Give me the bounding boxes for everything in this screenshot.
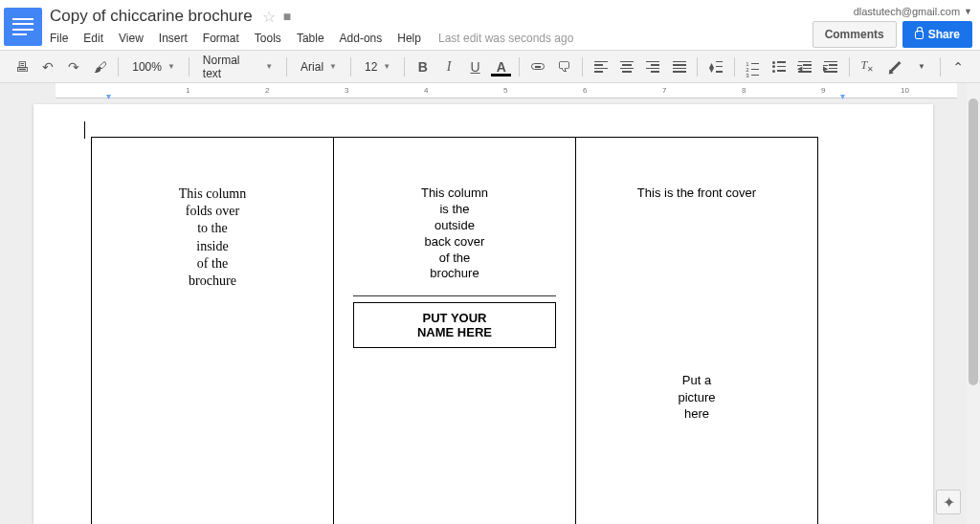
editing-mode-button[interactable] bbox=[883, 55, 907, 79]
folder-icon[interactable]: ■ bbox=[283, 9, 291, 24]
brochure-col-3[interactable]: This is the front cover Put a picture he… bbox=[576, 138, 817, 524]
ruler-tick: 1 bbox=[186, 86, 189, 95]
caret-down-icon: ▼ bbox=[964, 7, 972, 16]
text-color-button[interactable]: A bbox=[489, 55, 513, 79]
doc-title[interactable]: Copy of chiccarine brochure bbox=[48, 7, 253, 26]
user-menu[interactable]: dlastutech@gmail.com ▼ bbox=[854, 6, 972, 17]
bulleted-list-button[interactable] bbox=[767, 55, 791, 79]
col1-text: This column folds over to the inside of … bbox=[179, 186, 246, 290]
explore-button[interactable]: ✦ bbox=[936, 490, 961, 514]
col3-title: This is the front cover bbox=[637, 186, 756, 200]
name-placeholder-box[interactable]: PUT YOUR NAME HERE bbox=[353, 302, 556, 348]
app-header: Copy of chiccarine brochure ☆ ■ File Edi… bbox=[0, 0, 980, 51]
ruler-tick: 8 bbox=[742, 86, 746, 95]
italic-button[interactable]: I bbox=[437, 55, 461, 79]
ruler-tick: 6 bbox=[583, 86, 587, 95]
zoom-select[interactable]: 100%▼ bbox=[124, 55, 183, 79]
bold-button[interactable]: B bbox=[411, 55, 434, 79]
ruler-tick: 5 bbox=[503, 86, 507, 95]
brochure-table: This column folds over to the inside of … bbox=[91, 137, 818, 524]
editing-mode-caret-icon[interactable]: ▼ bbox=[909, 55, 933, 79]
menu-tools[interactable]: Tools bbox=[247, 32, 289, 45]
style-select[interactable]: Normal text▼ bbox=[195, 55, 280, 79]
align-left-button[interactable] bbox=[589, 55, 612, 79]
paint-format-icon[interactable]: 🖌 bbox=[88, 55, 112, 79]
ruler-tick: 3 bbox=[345, 86, 348, 95]
docs-logo-icon[interactable] bbox=[4, 8, 42, 46]
indent-decrease-button[interactable]: ◀ bbox=[792, 55, 816, 79]
brochure-col-2[interactable]: This column is the outside back cover of… bbox=[334, 138, 576, 524]
indent-increase-button[interactable]: ▶ bbox=[818, 55, 842, 79]
toolbar: 🖶 ↶ ↷ 🖌 100%▼ Normal text▼ Arial▼ 12▼ B … bbox=[0, 51, 980, 83]
collapse-toolbar-button[interactable]: ⌄ bbox=[947, 55, 970, 79]
clear-format-button[interactable]: T✕ bbox=[856, 55, 880, 79]
menu-format[interactable]: Format bbox=[195, 32, 247, 45]
align-center-button[interactable] bbox=[614, 55, 638, 79]
ruler-tick: 2 bbox=[265, 86, 269, 95]
lock-icon bbox=[915, 31, 924, 39]
print-icon[interactable]: 🖶 bbox=[10, 55, 33, 79]
menu-file[interactable]: File bbox=[48, 32, 76, 45]
document-page[interactable]: This column folds over to the inside of … bbox=[33, 104, 933, 524]
underline-button[interactable]: U bbox=[463, 55, 487, 79]
brochure-col-1[interactable]: This column folds over to the inside of … bbox=[92, 138, 334, 524]
line-spacing-button[interactable]: ▴▾ bbox=[703, 55, 727, 79]
menu-edit[interactable]: Edit bbox=[76, 32, 111, 45]
fontsize-select[interactable]: 12▼ bbox=[357, 55, 398, 79]
ruler-tick: 7 bbox=[662, 86, 666, 95]
numbered-list-button[interactable]: 123 bbox=[741, 55, 765, 79]
text-cursor bbox=[84, 121, 85, 139]
star-icon[interactable]: ☆ bbox=[262, 8, 276, 26]
align-right-button[interactable] bbox=[641, 55, 665, 79]
scrollbar-thumb[interactable] bbox=[969, 98, 978, 385]
col3-picture-placeholder: Put a picture here bbox=[678, 372, 715, 423]
menu-insert[interactable]: Insert bbox=[151, 32, 195, 45]
horizontal-ruler[interactable]: ▾ ▾ 12345678910 bbox=[56, 83, 957, 98]
menubar: File Edit View Insert Format Tools Table… bbox=[48, 27, 813, 48]
menu-help[interactable]: Help bbox=[390, 32, 429, 45]
canvas: ▾ ▾ 12345678910 This column folds over t… bbox=[0, 83, 980, 524]
col2-text: This column is the outside back cover of… bbox=[421, 186, 488, 282]
align-justify-button[interactable] bbox=[667, 55, 691, 79]
comment-icon[interactable]: 🗨 bbox=[552, 55, 576, 79]
ruler-tick: 4 bbox=[424, 86, 428, 95]
divider bbox=[353, 295, 556, 296]
menu-view[interactable]: View bbox=[111, 32, 151, 45]
user-email: dlastutech@gmail.com bbox=[854, 6, 960, 17]
save-status: Last edit was seconds ago bbox=[429, 32, 573, 45]
ruler-tick: 10 bbox=[901, 86, 909, 95]
vertical-scrollbar[interactable] bbox=[967, 83, 980, 524]
share-label: Share bbox=[928, 28, 960, 41]
menu-table[interactable]: Table bbox=[289, 32, 332, 45]
font-select[interactable]: Arial▼ bbox=[293, 55, 345, 79]
share-button[interactable]: Share bbox=[902, 21, 972, 48]
comments-button[interactable]: Comments bbox=[813, 21, 897, 48]
link-icon[interactable] bbox=[525, 55, 549, 79]
ruler-tick: 9 bbox=[821, 86, 825, 95]
undo-icon[interactable]: ↶ bbox=[35, 55, 59, 79]
menu-addons[interactable]: Add-ons bbox=[332, 32, 390, 45]
redo-icon[interactable]: ↷ bbox=[62, 55, 86, 79]
